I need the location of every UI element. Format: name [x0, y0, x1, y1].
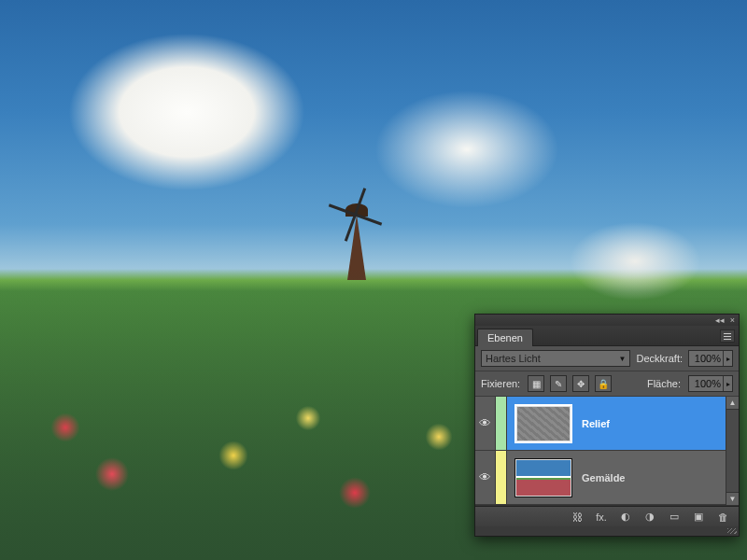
- blend-opacity-row: Hartes Licht ▼ Deckkraft: ▸: [475, 346, 739, 371]
- lock-all-icon[interactable]: 🔒: [595, 375, 612, 392]
- adjustment-layer-icon[interactable]: ◑: [641, 510, 658, 525]
- panel-tabs: Ebenen: [475, 326, 739, 346]
- chevron-down-icon: ▼: [619, 355, 627, 363]
- lock-position-icon[interactable]: ✥: [572, 375, 589, 392]
- layer-name-label: Relief: [582, 418, 610, 429]
- fill-field[interactable]: [689, 378, 723, 389]
- visibility-toggle-icon[interactable]: 👁: [475, 451, 496, 504]
- layer-row[interactable]: 👁Relief: [475, 397, 739, 451]
- add-mask-icon[interactable]: ◐: [617, 510, 634, 525]
- collapse-icon[interactable]: ◂◂: [715, 315, 725, 325]
- layer-thumbnail[interactable]: [514, 458, 572, 497]
- fill-label: Fläche:: [647, 378, 681, 389]
- blend-mode-select[interactable]: Hartes Licht ▼: [481, 350, 630, 367]
- link-layers-icon[interactable]: ⛓: [569, 510, 585, 525]
- layer-name-label: Gemälde: [582, 472, 625, 483]
- layer-thumbnail[interactable]: [514, 404, 572, 443]
- fill-stepper-icon[interactable]: ▸: [723, 376, 732, 391]
- layer-content[interactable]: Relief: [507, 397, 739, 450]
- panel-resize-handle[interactable]: [475, 526, 739, 536]
- panel-menu-icon[interactable]: [720, 329, 735, 343]
- blend-mode-value: Hartes Licht: [486, 353, 541, 364]
- layer-fx-icon[interactable]: fx.: [593, 510, 610, 525]
- close-icon[interactable]: ×: [730, 315, 735, 325]
- lock-brush-icon[interactable]: ✎: [550, 375, 567, 392]
- layer-color-tag[interactable]: [496, 397, 507, 450]
- layers-panel: ◂◂ × Ebenen Hartes Licht ▼ Deckkraft: ▸ …: [474, 314, 740, 537]
- lock-fill-row: Fixieren: ▦ ✎ ✥ 🔒 Fläche: ▸: [475, 371, 739, 397]
- scroll-up-icon[interactable]: ▲: [726, 397, 739, 410]
- layers-list: 👁Relief👁Gemälde ▲ ▼: [475, 397, 739, 506]
- layer-content[interactable]: Gemälde: [507, 451, 739, 504]
- layers-scrollbar[interactable]: ▲ ▼: [726, 397, 739, 505]
- tab-layers[interactable]: Ebenen: [477, 329, 533, 346]
- new-group-icon[interactable]: ▭: [666, 510, 683, 525]
- fill-input[interactable]: ▸: [688, 375, 733, 392]
- scroll-down-icon[interactable]: ▼: [726, 492, 739, 505]
- layers-footer: ⛓ fx. ◐ ◑ ▭ ▣ 🗑: [475, 506, 739, 526]
- layer-color-tag[interactable]: [496, 451, 507, 504]
- windmill-illustration: [336, 177, 374, 280]
- opacity-label: Deckkraft:: [636, 353, 683, 364]
- opacity-stepper-icon[interactable]: ▸: [723, 351, 732, 366]
- layer-row[interactable]: 👁Gemälde: [475, 451, 739, 505]
- lock-pixels-icon[interactable]: ▦: [528, 375, 544, 392]
- opacity-field[interactable]: [689, 353, 723, 364]
- lock-label: Fixieren:: [481, 378, 520, 389]
- new-layer-icon[interactable]: ▣: [690, 510, 707, 525]
- visibility-toggle-icon[interactable]: 👁: [475, 397, 496, 450]
- opacity-input[interactable]: ▸: [688, 350, 733, 367]
- panel-topbar: ◂◂ ×: [475, 315, 739, 326]
- delete-layer-icon[interactable]: 🗑: [714, 510, 731, 525]
